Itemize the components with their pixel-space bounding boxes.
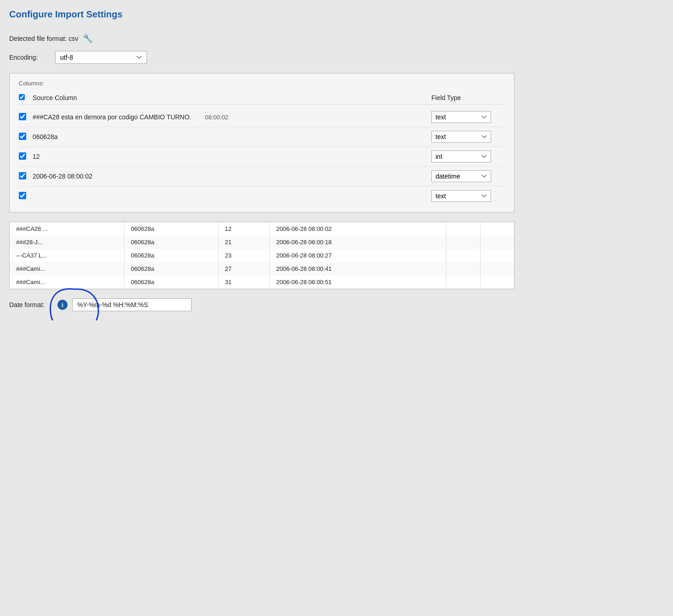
field-type-select-3[interactable]: text int datetime float boolean	[431, 151, 491, 162]
table-row: ###Cami...060628a272006-06-28 08:00:41	[10, 262, 514, 275]
table-cell: 23	[218, 249, 270, 262]
table-cell: ###CA28 ...	[10, 222, 124, 235]
col-type-wrap-4: text int datetime float boolean	[431, 170, 505, 182]
table-cell	[481, 262, 514, 275]
col-type-wrap-2: text int datetime float boolean	[431, 131, 505, 143]
column-row: 2006-06-28 08:00:02 text int datetime fl…	[19, 167, 505, 186]
col-type-wrap-1: text int datetime float boolean	[431, 111, 505, 123]
table-cell	[481, 235, 514, 249]
table-cell: 060628a	[124, 275, 219, 289]
table-cell: ###Cami...	[10, 275, 124, 289]
page-title: Configure Import Settings	[9, 9, 515, 20]
encoding-select[interactable]: utf-8 utf-16 latin-1 ascii	[55, 51, 147, 64]
table-cell: 12	[218, 222, 270, 235]
col-source-3: 12	[33, 153, 431, 160]
encoding-label: Encoding:	[9, 54, 46, 61]
source-text-4: 2006-06-28 08:00:02	[33, 173, 92, 180]
date-format-input[interactable]	[72, 298, 192, 311]
page-container: Configure Import Settings Detected file …	[9, 9, 515, 311]
columns-box: Columns: Source Column Field Type ###CA2…	[9, 73, 515, 213]
col-source-4: 2006-06-28 08:00:02	[33, 173, 431, 180]
date-format-row: Date format: i	[9, 298, 515, 311]
field-type-select-2[interactable]: text int datetime float boolean	[431, 131, 491, 143]
table-cell	[481, 275, 514, 289]
info-icon[interactable]: i	[57, 300, 68, 310]
wrench-icon[interactable]: 🔧	[83, 34, 93, 44]
table-cell: ###28-J...	[10, 235, 124, 249]
table-cell	[446, 222, 480, 235]
col-type-wrap-5: text int datetime float boolean	[431, 190, 505, 202]
field-type-select-1[interactable]: text int datetime float boolean	[431, 111, 491, 123]
detected-format-label: Detected file format: csv	[9, 35, 78, 42]
table-cell: 2006-06-28 08:00:51	[270, 275, 447, 289]
header-checkbox-area	[19, 94, 33, 101]
table-cell: 2006-06-28 08:00:27	[270, 249, 447, 262]
table-cell: 31	[218, 275, 270, 289]
table-cell: 27	[218, 262, 270, 275]
checkbox-5[interactable]	[19, 192, 26, 199]
table-cell: 2006-06-28 08:00:41	[270, 262, 447, 275]
table-cell	[446, 249, 480, 262]
table-cell: 21	[218, 235, 270, 249]
checkbox-3[interactable]	[19, 152, 26, 160]
preview-table-container: ###CA28 ...060628a122006-06-28 08:00:02#…	[9, 222, 515, 289]
source-text-3: 12	[33, 153, 40, 160]
table-cell	[446, 275, 480, 289]
checkbox-1[interactable]	[19, 113, 26, 120]
encoding-row: Encoding: utf-8 utf-16 latin-1 ascii	[9, 51, 515, 64]
source-column-header: Source Column	[33, 94, 431, 101]
table-cell: 2006-06-28 08:00:18	[270, 235, 447, 249]
field-type-select-4[interactable]: text int datetime float boolean	[431, 170, 491, 182]
col-type-wrap-3: text int datetime float boolean	[431, 151, 505, 162]
table-cell	[446, 235, 480, 249]
table-cell: 060628a	[124, 235, 219, 249]
column-row: ###CA28 esta en demora por codigo CAMBIO…	[19, 107, 505, 127]
table-cell	[481, 249, 514, 262]
source-text-2: 060628a	[33, 133, 58, 140]
column-row: 12 text int datetime float boolean	[19, 147, 505, 167]
detected-format-row: Detected file format: csv 🔧	[9, 34, 515, 44]
field-type-select-5[interactable]: text int datetime float boolean	[431, 190, 491, 202]
table-cell: ---CA37 L...	[10, 249, 124, 262]
col-timestamp-1: 08:00:02	[205, 114, 228, 121]
table-cell	[481, 222, 514, 235]
col-source-2: 060628a	[33, 133, 431, 140]
col-checkbox-1	[19, 113, 33, 122]
columns-header: Source Column Field Type	[19, 91, 505, 105]
table-cell: 060628a	[124, 222, 219, 235]
source-text-1: ###CA28 esta en demora por codigo CAMBIO…	[33, 113, 191, 121]
col-checkbox-3	[19, 152, 33, 161]
col-source-1: ###CA28 esta en demora por codigo CAMBIO…	[33, 113, 431, 121]
table-row: ###28-J...060628a212006-06-28 08:00:18	[10, 235, 514, 249]
column-row: text int datetime float boolean	[19, 186, 505, 206]
date-format-label: Date format:	[9, 301, 53, 308]
table-cell	[446, 262, 480, 275]
table-cell: ###Cami...	[10, 262, 124, 275]
header-checkbox[interactable]	[19, 94, 25, 100]
col-checkbox-2	[19, 133, 33, 141]
col-checkbox-5	[19, 192, 33, 201]
table-row: ###CA28 ...060628a122006-06-28 08:00:02	[10, 222, 514, 235]
field-type-header: Field Type	[431, 94, 505, 101]
preview-table: ###CA28 ...060628a122006-06-28 08:00:02#…	[10, 222, 514, 289]
checkbox-2[interactable]	[19, 133, 26, 140]
col-checkbox-4	[19, 172, 33, 181]
column-row: 060628a text int datetime float boolean	[19, 127, 505, 147]
table-cell: 060628a	[124, 262, 219, 275]
table-cell: 060628a	[124, 249, 219, 262]
columns-title: Columns:	[19, 80, 505, 87]
checkbox-4[interactable]	[19, 172, 26, 179]
table-row: ---CA37 L...060628a232006-06-28 08:00:27	[10, 249, 514, 262]
table-row: ###Cami...060628a312006-06-28 08:00:51	[10, 275, 514, 289]
table-cell: 2006-06-28 08:00:02	[270, 222, 447, 235]
